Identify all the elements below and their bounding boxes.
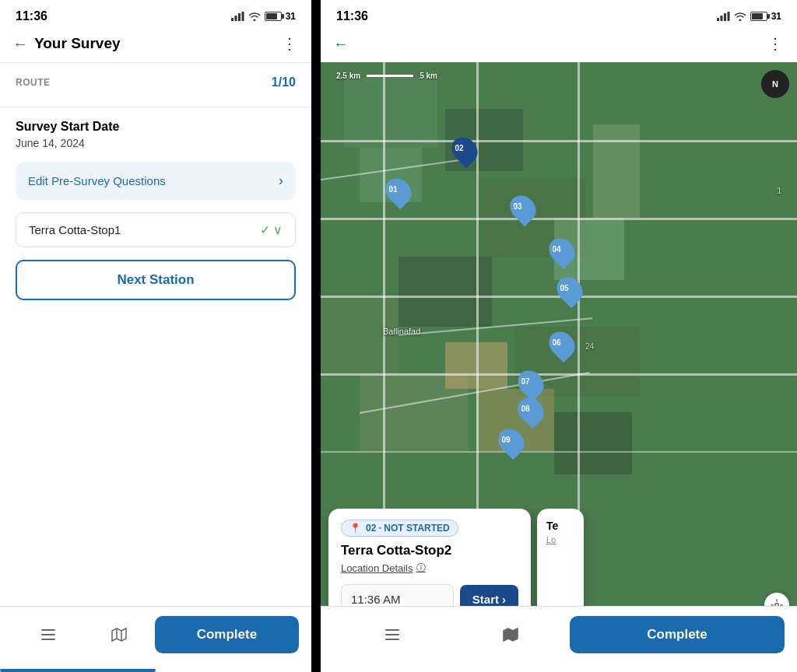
svg-rect-6 [41, 639, 55, 640]
time-right: 11:36 [336, 9, 368, 23]
partial-title: Te [546, 520, 574, 532]
status-icons-right: 31 [717, 11, 781, 22]
highway-label-1: 1 [777, 187, 781, 195]
left-bottom-bar: Complete [0, 606, 311, 672]
map-view-button[interactable] [83, 625, 154, 644]
list-view-button-right[interactable] [333, 625, 451, 644]
survey-start-title: Survey Start Date [16, 120, 296, 134]
more-options-button-right[interactable]: ⋮ [767, 34, 785, 53]
svg-rect-1 [234, 16, 237, 21]
marker-09-label: 09 [501, 436, 510, 444]
header-left: ← Your Survey [12, 35, 121, 53]
card-station-title: Terra Cotta-Stop2 [341, 543, 518, 558]
marker-03-label: 03 [513, 202, 521, 211]
svg-rect-12 [727, 12, 729, 21]
survey-start-date: June 14, 2024 [16, 137, 296, 149]
status-bar-left: 11:36 31 [0, 0, 311, 28]
route-label: ROUTE [16, 77, 51, 88]
card-badge: 📍 02 · NOT STARTED [341, 520, 458, 537]
svg-rect-3 [241, 12, 244, 21]
progress-bar-left [0, 669, 156, 672]
next-station-button[interactable]: Next Station [16, 260, 296, 300]
marker-01-label: 01 [388, 185, 397, 194]
marker-04[interactable]: 04 [550, 237, 574, 265]
route-count: 1/10 [272, 75, 296, 89]
back-button-right[interactable]: ← [333, 35, 349, 53]
divider [311, 0, 321, 672]
marker-05[interactable]: 05 [558, 276, 581, 304]
right-panel: 11:36 31 ← ⋮ [321, 0, 797, 672]
marker-06-label: 06 [552, 338, 560, 347]
map-background: Ballinafad 24 1 2.5 km 5 km N 01 [321, 62, 797, 672]
left-panel: 11:36 31 ← Your Survey ⋮ [0, 0, 311, 672]
chevron-right-icon: › [502, 593, 506, 606]
complete-button-right[interactable]: Complete [570, 616, 785, 653]
edit-pre-survey-button[interactable]: Edit Pre-Survey Questions › [16, 162, 296, 200]
info-icon: ⓘ [416, 562, 426, 575]
list-icon-right [383, 625, 402, 644]
scale-label-1: 2.5 km [336, 72, 360, 80]
marker-02[interactable]: 02 [453, 136, 476, 164]
marker-08[interactable]: 08 [519, 397, 542, 425]
more-options-button[interactable]: ⋮ [282, 34, 299, 53]
station-name: Terra Cotta-Stop1 [29, 223, 121, 236]
marker-09[interactable]: 09 [500, 428, 523, 456]
svg-rect-0 [231, 18, 233, 21]
scale-label-2: 5 km [420, 72, 437, 80]
svg-rect-15 [385, 634, 399, 635]
status-icons-left: 31 [231, 11, 296, 22]
chevron-right-icon: › [279, 173, 283, 189]
signal-icon-right [717, 12, 730, 21]
battery-pct: 31 [286, 11, 296, 22]
svg-rect-14 [385, 629, 399, 631]
battery-pct-right: 31 [771, 11, 781, 22]
right-header: ← ⋮ [321, 28, 797, 62]
back-button[interactable]: ← [12, 35, 28, 53]
map-scale: 2.5 km 5 km [336, 72, 437, 80]
marker-07-label: 07 [521, 377, 529, 386]
complete-button[interactable]: Complete [155, 616, 299, 653]
svg-rect-10 [720, 16, 722, 21]
svg-rect-11 [724, 13, 726, 21]
compass: N [761, 70, 789, 98]
list-view-button[interactable] [12, 625, 83, 644]
highway-label-24: 24 [585, 342, 594, 351]
svg-rect-4 [41, 629, 55, 631]
marker-02-label: 02 [455, 144, 463, 152]
start-label: Start [472, 593, 499, 606]
marker-04-label: 04 [552, 245, 560, 254]
card-badge-text: 02 · NOT STARTED [366, 523, 450, 534]
map-view-button-right[interactable] [451, 625, 570, 644]
map-place-label: Ballinafad [383, 327, 420, 336]
survey-start-section: Survey Start Date June 14, 2024 Edit Pre… [0, 107, 311, 306]
svg-rect-2 [238, 13, 241, 21]
location-details-link[interactable]: Location Details ⓘ [341, 562, 518, 575]
battery-icon [265, 12, 282, 21]
compass-n: N [772, 79, 778, 89]
map-icon [110, 625, 128, 644]
station-row[interactable]: Terra Cotta-Stop1 ✓ ∨ [16, 212, 296, 247]
chevron-down-icon: ∨ [273, 222, 283, 237]
map-icon-right [501, 625, 520, 644]
marker-05-label: 05 [560, 284, 568, 292]
battery-icon-right [750, 12, 767, 21]
marker-06[interactable]: 06 [550, 331, 574, 359]
survey-title: Your Survey [34, 35, 121, 52]
partial-location: Lo [546, 535, 574, 544]
wifi-icon-right [734, 12, 746, 21]
marker-01[interactable]: 01 [387, 177, 410, 205]
time-left: 11:36 [16, 9, 47, 23]
wifi-icon [248, 12, 261, 21]
next-station-label: Next Station [117, 272, 194, 288]
signal-icon [231, 12, 244, 21]
location-details-label: Location Details [341, 562, 413, 574]
svg-rect-5 [41, 634, 55, 635]
svg-rect-16 [385, 639, 399, 640]
marker-03[interactable]: 03 [511, 194, 535, 222]
station-checks: ✓ ∨ [260, 222, 283, 237]
svg-rect-9 [717, 18, 719, 21]
marker-07[interactable]: 07 [519, 369, 542, 397]
map-container[interactable]: Ballinafad 24 1 2.5 km 5 km N 01 [321, 62, 797, 672]
route-header: ROUTE 1/10 [16, 75, 296, 89]
list-icon [39, 625, 58, 644]
